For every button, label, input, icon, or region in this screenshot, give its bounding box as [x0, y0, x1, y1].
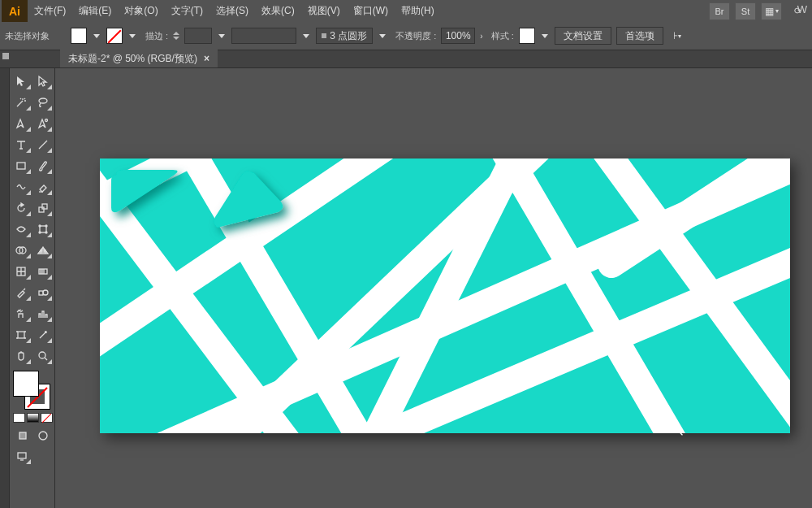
document-tab-title: 未标题-2* @ 50% (RGB/预览) [68, 52, 197, 66]
perspective-grid-tool[interactable] [33, 241, 54, 259]
svg-rect-3 [39, 207, 44, 212]
artboard-tool[interactable] [11, 325, 32, 344]
color-mode-solid[interactable] [13, 413, 25, 423]
var-width-dropdown[interactable] [301, 28, 311, 44]
width-tool[interactable] [11, 219, 32, 238]
fill-swatch[interactable] [71, 28, 87, 44]
fill-dropdown[interactable] [92, 28, 102, 44]
svg-point-0 [39, 98, 47, 103]
svg-rect-16 [18, 332, 24, 338]
scale-tool[interactable] [33, 198, 54, 217]
curvature-tool[interactable] [33, 114, 54, 132]
stroke-swatch[interactable] [106, 28, 123, 44]
stroke-weight-field[interactable] [184, 28, 212, 44]
opacity-field[interactable]: 100% [441, 28, 475, 44]
lasso-tool[interactable] [33, 93, 54, 111]
shape-builder-tool[interactable] [11, 241, 32, 259]
svg-rect-4 [42, 204, 47, 209]
draw-behind-mode[interactable] [34, 426, 54, 445]
menu-window[interactable]: 窗口(W) [347, 0, 395, 22]
align-panel-icon[interactable]: ⊦▾ [668, 27, 686, 45]
artboard[interactable]: ↖ [100, 158, 790, 433]
fill-color-box[interactable] [13, 371, 39, 397]
draw-normal-mode[interactable] [13, 426, 32, 445]
svg-point-1 [45, 119, 47, 121]
control-bar: 未选择对象 描边 : 3 点圆形 不透明度 : 100% › 样式 : 文档设置… [0, 22, 812, 50]
arrange-docs-icon[interactable]: ▦▾ [761, 2, 782, 20]
document-tab-strip: 未标题-2* @ 50% (RGB/预览) × [0, 50, 812, 68]
opacity-label: 不透明度 : [395, 30, 436, 42]
fill-stroke-indicator[interactable] [11, 371, 52, 410]
blend-tool[interactable] [33, 283, 54, 302]
svg-point-15 [43, 290, 48, 295]
menu-edit[interactable]: 编辑(E) [72, 0, 118, 22]
mesh-tool[interactable] [11, 262, 32, 280]
pen-tool[interactable] [11, 114, 32, 132]
menu-help[interactable]: 帮助(H) [395, 0, 441, 22]
symbol-sprayer-tool[interactable] [11, 304, 32, 323]
menu-bar: Ai 文件(F) 编辑(E) 对象(O) 文字(T) 选择(S) 效果(C) 视… [0, 0, 812, 22]
stroke-weight-down[interactable] [173, 37, 179, 40]
stock-icon[interactable]: St [735, 2, 756, 20]
menu-type[interactable]: 文字(T) [165, 0, 209, 22]
selection-tool[interactable] [11, 72, 32, 90]
opacity-menu-icon[interactable]: › [480, 32, 482, 41]
style-swatch[interactable] [519, 28, 535, 44]
stroke-weight-up[interactable] [173, 32, 179, 35]
svg-rect-14 [39, 291, 43, 295]
color-mode-none[interactable] [41, 413, 53, 423]
line-segment-tool[interactable] [33, 135, 54, 154]
bridge-icon[interactable]: Br [709, 2, 730, 20]
svg-rect-5 [40, 226, 46, 232]
canvas-area[interactable]: ↖ [55, 68, 812, 508]
color-mode-gradient[interactable] [27, 413, 39, 423]
brush-definition[interactable]: 3 点圆形 [316, 28, 373, 44]
stroke-weight-dropdown[interactable] [217, 28, 227, 44]
document-tab-close[interactable]: × [204, 53, 209, 64]
menu-object[interactable]: 对象(O) [118, 0, 164, 22]
menu-select[interactable]: 选择(S) [209, 0, 255, 22]
stroke-dropdown[interactable] [127, 28, 137, 44]
shaper-tool[interactable] [11, 177, 32, 196]
preferences-button[interactable]: 首选项 [616, 27, 663, 45]
right-corner-letter: W [797, 3, 807, 15]
rotate-tool[interactable] [11, 198, 32, 217]
svg-rect-18 [19, 432, 26, 439]
app-logo: Ai [2, 0, 28, 22]
workspace: ↖ [0, 68, 812, 508]
paintbrush-tool[interactable] [33, 156, 54, 175]
document-tab[interactable]: 未标题-2* @ 50% (RGB/预览) × [60, 50, 218, 67]
column-graph-tool[interactable] [33, 304, 54, 323]
type-tool[interactable] [11, 135, 32, 154]
toolbox [10, 68, 55, 508]
brush-definition-label: 3 点圆形 [330, 29, 367, 43]
eyedropper-tool[interactable] [11, 283, 32, 302]
svg-rect-2 [17, 163, 25, 169]
var-width-profile[interactable] [231, 28, 296, 44]
svg-rect-20 [18, 453, 26, 458]
menu-file[interactable]: 文件(F) [28, 0, 72, 22]
toolbox-collapse-strip[interactable] [0, 68, 10, 508]
magic-wand-tool[interactable] [11, 93, 32, 111]
stroke-label: 描边 : [145, 30, 168, 42]
selection-status: 未选择对象 [5, 30, 50, 42]
hand-tool[interactable] [11, 346, 32, 365]
brush-dropdown[interactable] [378, 28, 387, 44]
zoom-tool[interactable] [33, 346, 54, 365]
menu-view[interactable]: 视图(V) [301, 0, 347, 22]
menu-effect[interactable]: 效果(C) [255, 0, 301, 22]
color-mode-row [11, 413, 53, 423]
free-transform-tool[interactable] [33, 219, 54, 238]
rectangle-tool[interactable] [11, 156, 32, 175]
gradient-tool[interactable] [33, 262, 54, 280]
eraser-tool[interactable] [33, 177, 54, 196]
style-dropdown[interactable] [540, 28, 550, 44]
slice-tool[interactable] [33, 325, 54, 344]
document-setup-button[interactable]: 文档设置 [555, 27, 611, 45]
style-label: 样式 : [491, 30, 514, 42]
screen-mode[interactable] [11, 446, 32, 465]
svg-point-19 [39, 432, 47, 440]
brush-dot-icon [322, 33, 326, 38]
tabstrip-handle-icon[interactable] [2, 53, 9, 59]
direct-selection-tool[interactable] [33, 72, 54, 90]
